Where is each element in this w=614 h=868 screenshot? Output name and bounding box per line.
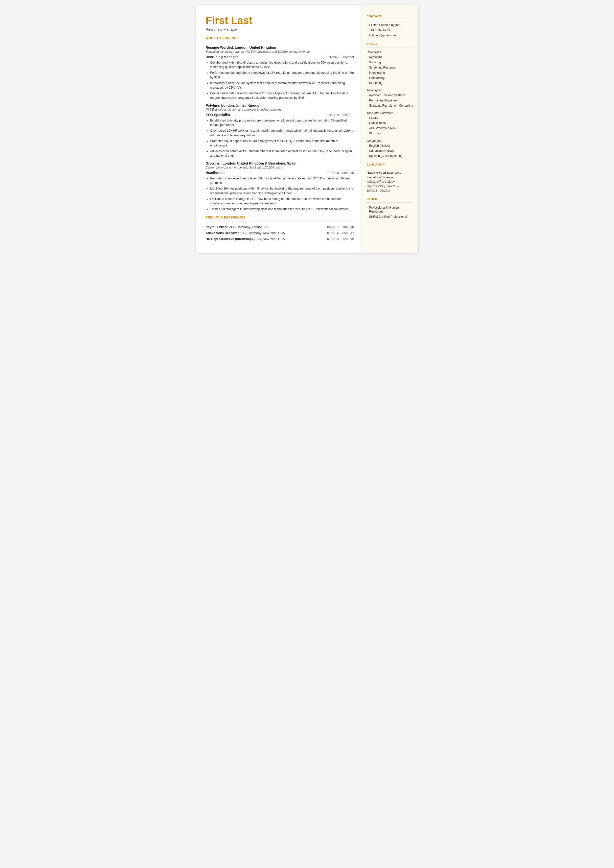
job-1-row: Recruiting Manager 01/2022 – Present [206, 55, 354, 59]
job-2: Polyhire, London, United Kingdom NYSE-li… [206, 103, 354, 158]
prev-role-2-bold: Admissions Recruiter, [206, 231, 240, 235]
contact-section: CONTACT Exeter, United Kingdom +44 12345… [367, 15, 414, 37]
previous-experience-divider [206, 221, 354, 222]
left-column: First Last Recruiting Manager WORK EXPER… [196, 5, 361, 253]
hard-skill-2: Sourcing [367, 61, 414, 65]
job-2-title: EEO Specialist [206, 113, 230, 117]
contact-list: Exeter, United Kingdom +44 1234567890 fi… [367, 23, 414, 37]
bullet-item: Established diversity programs to promot… [210, 118, 354, 127]
prev-dates-1: 06/2017 – 10/2018 [327, 225, 354, 229]
name: First Last [206, 15, 354, 26]
technique-3: Graduate Recruitment Consulting [367, 104, 414, 108]
education-divider [367, 168, 414, 168]
techniques-list: Applicant Tracking Systems Permanent Pla… [367, 93, 414, 108]
hard-skill-6: Screening [367, 81, 414, 85]
company-1-desc: Education technology startup with 50+ em… [206, 50, 354, 53]
bullet-item: Facilitated smooth change for 41+ new hi… [210, 197, 354, 206]
previous-experience-section: PREVIOUS EXPERIENCE Payroll Officer, ABC… [206, 216, 354, 242]
bullet-item: Identified 19+ key positions within Grow… [210, 186, 354, 195]
language-3: Spanish (Conversational) [367, 154, 414, 158]
tool-1: HRMS [367, 116, 414, 120]
bullet-item: Introduced a new tracking system that en… [210, 81, 354, 90]
resume-container: First Last Recruiting Manager WORK EXPER… [196, 5, 419, 253]
edu-entry-1: University of New York Bachelor of Scien… [367, 171, 414, 192]
languages-list: English (Native) Romanian (Native) Spani… [367, 144, 414, 158]
bullet-item: Overhauled 29+ HR policies to attain max… [210, 129, 354, 137]
hard-skills-list: Recruiting Sourcing Screening Resumes In… [367, 55, 414, 85]
bullet-item: Recruited, interviewed, and placed 50+ h… [210, 176, 354, 185]
edu-dates-1: 10/2011 - 06/2014 [367, 189, 414, 193]
contact-label: CONTACT [367, 15, 414, 18]
other-section: OTHER Professional in Human Resources SH… [367, 197, 414, 219]
hard-skill-5: Onboarding [367, 76, 414, 80]
hard-skill-4: Interviewing [367, 71, 414, 75]
job-title: Recruiting Manager [206, 27, 354, 31]
company-3-name: Growthsi, London, United Kingdom & Barce… [206, 161, 354, 165]
other-item-2: SHRM Certified Professional [367, 215, 414, 219]
job-3: Growthsi, London, United Kingdom & Barce… [206, 161, 354, 211]
job-2-bullets: Established diversity programs to promot… [210, 118, 354, 158]
company-2-desc: NYSE-listed recruitment and employer bra… [206, 108, 354, 111]
other-item-1: Professional in Human Resources [367, 206, 414, 214]
tool-2: Oracle Taleo [367, 121, 414, 125]
prev-role-1-rest: ABC Company, London, UK [228, 225, 269, 229]
other-label: OTHER [367, 197, 414, 200]
company-3-desc: Career training and membership SaaS with… [206, 166, 354, 169]
tools-label: Tools and Software: [367, 111, 414, 115]
other-divider [367, 202, 414, 203]
language-1: English (Native) [367, 144, 414, 148]
hard-skill-1: Recruiting [367, 55, 414, 59]
prev-dates-3: 07/2014 – 12/2015 [327, 237, 354, 241]
prev-exp-row-1: Payroll Officer, ABC Company, London, UK… [206, 225, 354, 229]
prev-role-3-bold: HR Representative (Internship), [206, 237, 254, 241]
skills-section: SKILLS Hard Skills: Recruiting Sourcing … [367, 42, 414, 158]
tool-4: Workday [367, 131, 414, 136]
technique-2: Permanent Placement [367, 98, 414, 103]
bullet-item: Trained 30 managers in interviewing skil… [210, 207, 354, 211]
job-1: Resume Worded, London, United Kingdom Ed… [206, 45, 354, 100]
job-1-title: Recruiting Manager [206, 55, 238, 59]
previous-experience-label: PREVIOUS EXPERIENCE [206, 216, 354, 219]
tool-3: ADP Workforce Now [367, 126, 414, 130]
contact-item-email: first.last@gmail.com [367, 33, 414, 37]
job-3-title: Headhunter [206, 171, 225, 175]
prev-role-2-rest: XYZ Company, New York, USA [240, 231, 285, 235]
education-section: EDUCATION University of New York Bachelo… [367, 163, 414, 192]
contact-divider [367, 20, 414, 20]
company-1-name: Resume Worded, London, United Kingdom [206, 45, 354, 50]
job-3-dates: 11/2018 – 09/2019 [327, 171, 354, 175]
contact-item-location: Exeter, United Kingdom [367, 23, 414, 27]
hard-skill-3: Screening Resumes [367, 65, 414, 70]
prev-dates-2: 01/2016 – 05/2017 [327, 231, 354, 235]
bullet-item: Performed on-site and phone interviews f… [210, 70, 354, 79]
job-1-bullets: Collaborated with hiring directors to de… [210, 61, 354, 100]
other-list: Professional in Human Resources SHRM Cer… [367, 206, 414, 219]
techniques-label: Techniques: [367, 89, 414, 92]
prev-exp-row-3: HR Representative (Internship), ABC, New… [206, 237, 354, 241]
bullet-item: Devised new data collection methods for … [210, 91, 354, 100]
languages-label: Languages: [367, 139, 414, 143]
work-experience-label: WORK EXPERIENCE [206, 36, 354, 40]
job-1-dates: 01/2022 – Present [328, 55, 354, 59]
bullet-item: Collaborated with hiring directors to de… [210, 61, 354, 69]
job-2-row: EEO Specialist 10/2019 – 12/2021 [206, 113, 354, 117]
technique-1: Applicant Tracking Systems [367, 93, 414, 98]
language-2: Romanian (Native) [367, 149, 414, 153]
edu-school-1: University of New York [367, 171, 414, 175]
job-3-row: Headhunter 11/2018 – 09/2019 [206, 171, 354, 175]
hard-skills-label: Hard Skills: [367, 50, 414, 54]
job-2-dates: 10/2019 – 12/2021 [327, 113, 354, 117]
skills-label: SKILLS [367, 42, 414, 45]
bullet-item: Promoted equal opportunity for 40 employ… [210, 139, 354, 148]
prev-role-3-rest: ABC, New York, USA [254, 237, 285, 241]
edu-degree-1: Bachelor of Science Industrial Psycholog… [367, 175, 414, 184]
work-experience-section: WORK EXPERIENCE Resume Worded, London, U… [206, 36, 354, 211]
bullet-item: Advocated on behalf of 19+ staff members… [210, 149, 354, 158]
contact-item-phone: +44 1234567890 [367, 28, 414, 33]
prev-exp-row-2: Admissions Recruiter, XYZ Company, New Y… [206, 231, 354, 235]
edu-location-1: New York City, New York [367, 184, 414, 189]
skills-divider [367, 47, 414, 48]
prev-role-1-bold: Payroll Officer, [206, 225, 228, 229]
tools-list: HRMS Oracle Taleo ADP Workforce Now Work… [367, 116, 414, 136]
job-3-bullets: Recruited, interviewed, and placed 50+ h… [210, 176, 354, 211]
